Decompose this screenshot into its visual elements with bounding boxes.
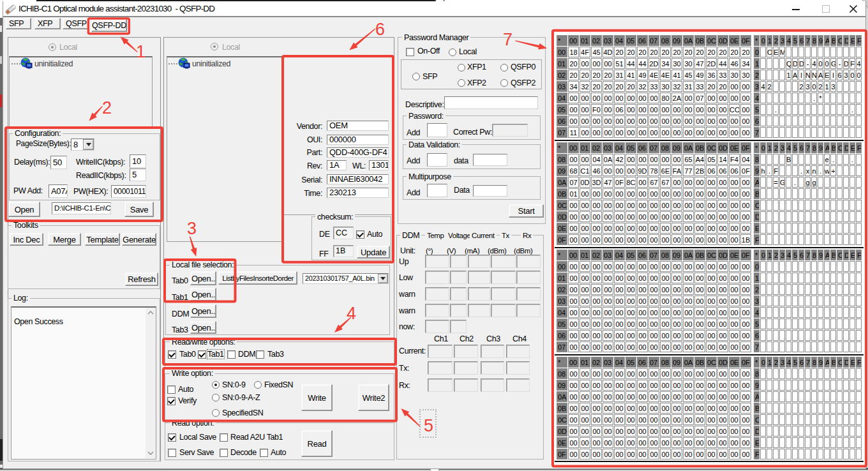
svg-text:4: 4 [347,304,356,323]
svg-text:6: 6 [375,20,385,39]
svg-text:7: 7 [503,30,513,49]
svg-text:3: 3 [187,219,197,238]
svg-text:5: 5 [424,416,433,435]
svg-text:1: 1 [136,42,146,61]
svg-text:2: 2 [102,98,112,117]
